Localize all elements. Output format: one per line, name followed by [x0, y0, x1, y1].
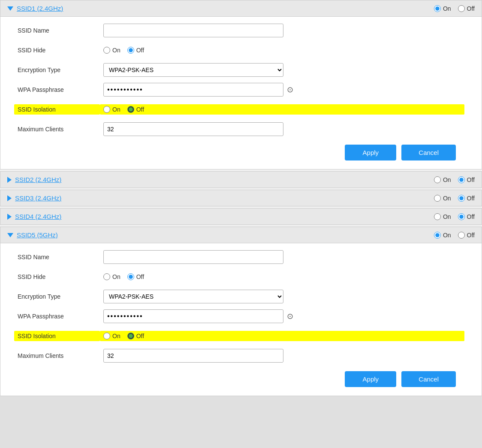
- ssid1-encryption-select[interactable]: WPA2-PSK-AES WPA-PSK-TKIP WPA/WPA2-PSK N…: [103, 63, 283, 77]
- ssid5-on-radio[interactable]: [434, 232, 441, 239]
- ssid1-section: SSID1 (2.4GHz) On Off SSID Name: [0, 0, 482, 170]
- ssid5-header[interactable]: SSID5 (5GHz) On Off: [0, 227, 482, 243]
- ssid5-isolation-on-radio[interactable]: [103, 333, 110, 339]
- ssid2-off-label[interactable]: Off: [458, 176, 475, 183]
- ssid5-encryption-control: WPA2-PSK-AES WPA-PSK-TKIP WPA/WPA2-PSK N…: [103, 290, 464, 303]
- ssid4-on-radio[interactable]: [434, 213, 441, 220]
- ssid4-header[interactable]: SSID4 (2.4GHz) On Off: [0, 209, 482, 224]
- ssid5-hide-on-text: On: [112, 273, 120, 280]
- ssid1-isolation-off-label[interactable]: Off: [127, 106, 144, 113]
- ssid5-isolation-label: SSID Isolation: [14, 331, 100, 341]
- ssid5-on-text: On: [443, 232, 451, 239]
- main-container: SSID1 (2.4GHz) On Off SSID Name: [0, 0, 482, 396]
- ssid5-encryption-label: Encryption Type: [18, 293, 103, 300]
- ssid4-off-radio[interactable]: [458, 213, 465, 220]
- ssid1-on-label[interactable]: On: [434, 5, 451, 12]
- ssid3-off-label[interactable]: Off: [458, 195, 475, 202]
- ssid2-on-radio[interactable]: [434, 176, 441, 183]
- ssid5-encryption-row: Encryption Type WPA2-PSK-AES WPA-PSK-TKI…: [18, 290, 464, 303]
- ssid5-hide-label: SSID Hide: [18, 273, 103, 280]
- ssid4-title[interactable]: SSID4 (2.4GHz): [15, 213, 61, 220]
- ssid1-name-input[interactable]: [103, 24, 283, 37]
- ssid1-body: SSID Name SSID Hide On Off: [0, 17, 482, 169]
- ssid5-hide-row: SSID Hide On Off: [18, 270, 464, 284]
- ssid4-status-group: On Off: [434, 213, 475, 220]
- ssid3-header[interactable]: SSID3 (2.4GHz) On Off: [0, 190, 482, 206]
- ssid5-off-radio[interactable]: [458, 232, 465, 239]
- ssid3-expand-icon: [7, 195, 12, 201]
- ssid4-off-label[interactable]: Off: [458, 213, 475, 220]
- ssid1-off-label[interactable]: Off: [458, 5, 475, 12]
- ssid5-name-input[interactable]: [103, 250, 283, 264]
- ssid5-off-label[interactable]: Off: [458, 232, 475, 239]
- ssid1-on-radio[interactable]: [434, 5, 441, 12]
- ssid1-hide-off-label[interactable]: Off: [127, 47, 144, 54]
- ssid5-name-row: SSID Name: [18, 250, 464, 264]
- ssid1-hide-on-label[interactable]: On: [103, 47, 120, 54]
- ssid5-hide-on-radio[interactable]: [103, 273, 110, 280]
- ssid1-title[interactable]: SSID1 (2.4GHz): [17, 5, 63, 12]
- ssid1-header[interactable]: SSID1 (2.4GHz) On Off: [0, 0, 482, 17]
- ssid5-isolation-off-radio[interactable]: [127, 333, 134, 339]
- ssid2-off-text: Off: [467, 176, 475, 183]
- ssid5-off-text: Off: [467, 232, 475, 239]
- ssid5-encryption-select[interactable]: WPA2-PSK-AES WPA-PSK-TKIP WPA/WPA2-PSK N…: [103, 290, 283, 303]
- ssid2-title[interactable]: SSID2 (2.4GHz): [15, 176, 61, 183]
- ssid1-password-wrapper: ⊙: [103, 83, 293, 97]
- ssid5-maxclients-row: Maximum Clients: [18, 349, 464, 363]
- ssid5-isolation-on-label[interactable]: On: [103, 333, 120, 339]
- ssid5-name-control: [103, 250, 464, 264]
- ssid5-hide-off-label[interactable]: Off: [127, 273, 144, 280]
- ssid1-hide-off-radio[interactable]: [127, 47, 134, 54]
- ssid1-name-control: [103, 24, 464, 37]
- ssid1-isolation-on-radio[interactable]: [103, 106, 110, 113]
- ssid5-hide-off-text: Off: [136, 273, 144, 280]
- ssid5-hide-on-label[interactable]: On: [103, 273, 120, 280]
- ssid1-hide-label: SSID Hide: [18, 47, 103, 54]
- ssid5-isolation-off-text: Off: [136, 333, 144, 339]
- ssid3-title[interactable]: SSID3 (2.4GHz): [15, 194, 61, 202]
- ssid1-isolation-off-radio[interactable]: [127, 106, 134, 113]
- ssid5-eye-icon[interactable]: ⊙: [287, 312, 293, 321]
- ssid1-passphrase-control: ⊙: [103, 83, 464, 97]
- ssid1-maxclients-label: Maximum Clients: [18, 126, 103, 133]
- ssid3-off-radio[interactable]: [458, 195, 465, 202]
- ssid1-encryption-row: Encryption Type WPA2-PSK-AES WPA-PSK-TKI…: [18, 63, 464, 77]
- ssid5-passphrase-label: WPA Passphrase: [18, 313, 103, 320]
- ssid1-off-radio[interactable]: [458, 5, 465, 12]
- ssid1-apply-button[interactable]: Apply: [345, 145, 396, 160]
- ssid5-apply-button[interactable]: Apply: [345, 371, 396, 387]
- ssid5-on-label[interactable]: On: [434, 232, 451, 239]
- ssid5-cancel-button[interactable]: Cancel: [401, 371, 456, 387]
- ssid3-on-label[interactable]: On: [434, 195, 451, 202]
- ssid1-encryption-label: Encryption Type: [18, 67, 103, 73]
- ssid5-hide-off-radio[interactable]: [127, 273, 134, 280]
- ssid1-btn-row: Apply Cancel: [18, 145, 464, 160]
- ssid1-cancel-button[interactable]: Cancel: [401, 145, 456, 160]
- ssid3-on-radio[interactable]: [434, 195, 441, 202]
- ssid5-title[interactable]: SSID5 (5GHz): [17, 231, 58, 239]
- ssid5-collapse-icon: [7, 233, 13, 237]
- ssid5-isolation-off-label[interactable]: Off: [127, 333, 144, 339]
- ssid1-eye-icon[interactable]: ⊙: [287, 85, 293, 94]
- ssid1-passphrase-input[interactable]: [103, 83, 283, 97]
- ssid2-header[interactable]: SSID2 (2.4GHz) On Off: [0, 172, 482, 188]
- ssid1-maxclients-input[interactable]: [103, 122, 283, 136]
- ssid5-body: SSID Name SSID Hide On Off: [0, 243, 482, 396]
- ssid1-hide-on-radio[interactable]: [103, 47, 110, 54]
- ssid5-passphrase-input[interactable]: [103, 309, 283, 323]
- ssid5-name-label: SSID Name: [18, 254, 103, 260]
- ssid3-off-text: Off: [467, 195, 475, 202]
- ssid3-on-text: On: [443, 195, 451, 202]
- ssid5-maxclients-control: [103, 349, 464, 363]
- ssid2-expand-icon: [7, 177, 12, 183]
- ssid4-on-label[interactable]: On: [434, 213, 451, 220]
- ssid1-isolation-on-label[interactable]: On: [103, 106, 120, 113]
- ssid5-btn-row: Apply Cancel: [18, 371, 464, 387]
- ssid5-maxclients-input[interactable]: [103, 349, 283, 363]
- ssid1-off-text: Off: [467, 5, 475, 12]
- ssid1-encryption-control: WPA2-PSK-AES WPA-PSK-TKIP WPA/WPA2-PSK N…: [103, 63, 464, 77]
- ssid2-on-label[interactable]: On: [434, 176, 451, 183]
- ssid2-off-radio[interactable]: [458, 176, 465, 183]
- ssid1-hide-group: On Off: [103, 47, 464, 54]
